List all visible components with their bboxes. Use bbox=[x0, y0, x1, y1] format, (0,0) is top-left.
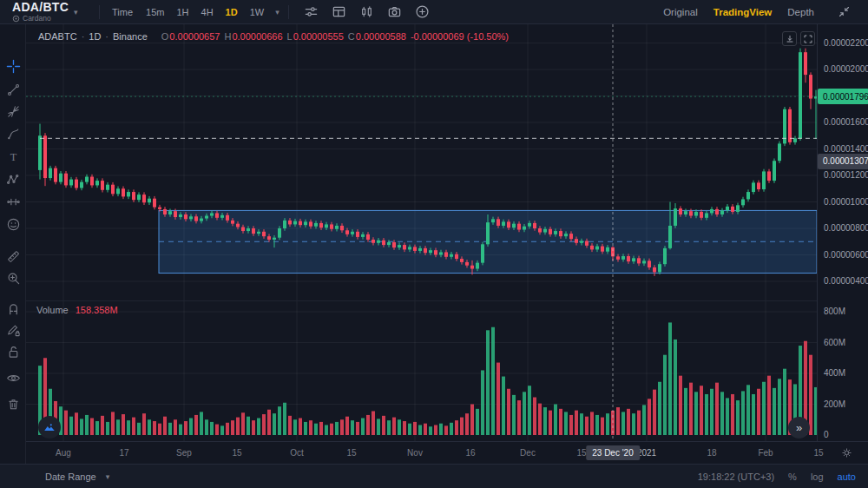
time-label: Time bbox=[112, 7, 133, 17]
indicator-settings-button[interactable] bbox=[300, 3, 323, 21]
emoji-icon bbox=[6, 217, 21, 232]
layout-button[interactable] bbox=[328, 3, 351, 21]
crosshair-tool-button[interactable] bbox=[3, 56, 23, 76]
brush-tool-button[interactable] bbox=[3, 123, 23, 144]
time-tick-label: 18 bbox=[707, 448, 716, 458]
remove-drawings-button[interactable] bbox=[3, 393, 23, 414]
legend-symbol[interactable]: ADABTC bbox=[38, 31, 77, 42]
xabcd-pattern-icon bbox=[6, 172, 21, 187]
download-icon bbox=[785, 34, 795, 44]
chevron-down-icon[interactable]: ▾ bbox=[275, 8, 279, 16]
volume-legend: Volume 158.358M bbox=[36, 305, 118, 315]
drawing-toolbar: T bbox=[0, 24, 26, 464]
forecast-tool-button[interactable] bbox=[3, 191, 23, 212]
close-value: 0.00000588 bbox=[356, 31, 406, 42]
trend-line-icon bbox=[6, 82, 21, 97]
volume-tick-label: 400M bbox=[824, 368, 845, 378]
unlock-icon bbox=[6, 345, 21, 359]
time-axis[interactable]: Aug17Sep15Oct15Nov16Dec15202118Feb1523 D… bbox=[26, 441, 868, 464]
svg-text:T: T bbox=[10, 150, 16, 162]
time-tick-label: Aug bbox=[56, 448, 71, 458]
time-tick-label: Feb bbox=[758, 448, 773, 458]
maximize-pane-button[interactable] bbox=[38, 416, 61, 439]
volume-bars bbox=[38, 322, 817, 435]
legend-exchange[interactable]: Binance bbox=[113, 31, 148, 42]
lock-tool-button[interactable] bbox=[3, 341, 23, 362]
top-toolbar: ADA/BTC Cardano ▾ Time 15m 1H 4H 1D 1W ▾ bbox=[0, 0, 868, 24]
crosshair-date-badge: 23 Dec '20 bbox=[586, 445, 640, 460]
pane-separator[interactable] bbox=[26, 300, 868, 301]
time-tick-label: 16 bbox=[465, 448, 475, 458]
date-range-button[interactable]: Date Range ▾ bbox=[45, 472, 109, 482]
price-tick-label: 0.00001400 bbox=[824, 144, 868, 154]
chart-canvas[interactable] bbox=[26, 24, 817, 441]
volume-tick-label: 800M bbox=[824, 307, 845, 316]
magnet-tool-button[interactable] bbox=[3, 298, 23, 319]
time-tick-label: 2021 bbox=[637, 448, 656, 458]
axis-settings-button[interactable] bbox=[841, 446, 852, 462]
gear-icon bbox=[841, 447, 852, 458]
snapshot-button[interactable] bbox=[384, 3, 406, 21]
time-tick-label: 15 bbox=[813, 448, 823, 458]
close-label: C bbox=[348, 31, 355, 42]
low-label: L bbox=[287, 31, 293, 42]
zoom-in-tool-button[interactable] bbox=[3, 267, 23, 288]
price-tick-label: 0.00001200 bbox=[824, 170, 868, 180]
current-price-badge: 0.00001796 bbox=[818, 89, 868, 104]
auto-scale-button[interactable]: auto bbox=[838, 472, 856, 482]
eye-icon bbox=[6, 371, 21, 386]
fullscreen-button[interactable] bbox=[800, 31, 815, 46]
symbol-subtitle: Cardano bbox=[23, 15, 51, 23]
gann-fib-tool-button[interactable] bbox=[3, 101, 23, 122]
ruler-icon bbox=[6, 249, 21, 264]
brush-icon bbox=[6, 127, 21, 142]
chevron-down-icon: ▾ bbox=[74, 8, 78, 16]
crosshair-icon bbox=[6, 59, 21, 74]
timeframe-1d[interactable]: 1D bbox=[220, 4, 244, 20]
scroll-right-button[interactable]: » bbox=[788, 417, 810, 439]
symbol-name[interactable]: ADA/BTC bbox=[12, 1, 69, 13]
symbol-switcher[interactable]: ADA/BTC Cardano ▾ bbox=[0, 1, 90, 23]
price-tick-label: 0.00001000 bbox=[824, 197, 868, 207]
clock[interactable]: 19:18:22 (UTC+3) bbox=[698, 472, 774, 482]
volume-tick-label: 0 bbox=[824, 430, 829, 439]
volume-label: Volume bbox=[36, 305, 69, 315]
layout-grid-icon bbox=[332, 4, 346, 19]
timeframe-1h[interactable]: 1H bbox=[170, 4, 194, 20]
tab-original[interactable]: Original bbox=[663, 7, 698, 17]
pattern-tool-button[interactable] bbox=[3, 168, 23, 189]
trend-line-tool-button[interactable] bbox=[3, 79, 23, 100]
ruler-tool-button[interactable] bbox=[3, 246, 23, 267]
price-axis[interactable]: 0.000022000.000020000.000018000.00001600… bbox=[817, 24, 868, 441]
plus-circle-icon bbox=[415, 4, 430, 19]
chart-legend: ADABTC · 1D · Binance O0.00000657 H0.000… bbox=[38, 31, 509, 42]
low-value: 0.00000555 bbox=[293, 31, 344, 42]
legend-interval[interactable]: 1D bbox=[89, 31, 101, 42]
time-tick-label: 15 bbox=[576, 448, 586, 458]
log-scale-button[interactable]: log bbox=[811, 472, 824, 482]
add-button[interactable] bbox=[411, 3, 434, 21]
percent-scale-button[interactable]: % bbox=[788, 472, 797, 482]
timeframe-15m[interactable]: 15m bbox=[140, 4, 170, 20]
timeframe-1w[interactable]: 1W bbox=[244, 4, 271, 20]
emoji-tool-button[interactable] bbox=[3, 214, 23, 234]
magnet-icon bbox=[6, 301, 21, 316]
collapse-button[interactable] bbox=[832, 3, 855, 21]
bottom-toolbar: Date Range ▾ 19:18:22 (UTC+3) % log auto bbox=[0, 464, 868, 488]
timeframe-4h[interactable]: 4H bbox=[195, 4, 220, 20]
time-tick-label: Nov bbox=[407, 448, 423, 458]
tab-depth[interactable]: Depth bbox=[787, 7, 814, 17]
chart-style-button[interactable] bbox=[356, 3, 378, 21]
trading-chart-app: ADA/BTC Cardano ▾ Time 15m 1H 4H 1D 1W ▾ bbox=[0, 0, 868, 488]
text-tool-button[interactable]: T bbox=[3, 146, 23, 167]
tab-tradingview[interactable]: TradingView bbox=[713, 7, 773, 17]
high-value: 0.00000666 bbox=[232, 31, 282, 42]
forecast-icon bbox=[6, 195, 21, 209]
draw-tool-button[interactable] bbox=[3, 320, 23, 340]
collapse-icon bbox=[838, 5, 851, 18]
crosshair-price-badge: 0.00001307 bbox=[818, 154, 868, 169]
price-tick-label: 0.00002000 bbox=[824, 64, 868, 74]
hide-drawings-button[interactable] bbox=[3, 367, 23, 388]
download-button[interactable] bbox=[782, 31, 797, 46]
candles-icon bbox=[359, 4, 374, 19]
